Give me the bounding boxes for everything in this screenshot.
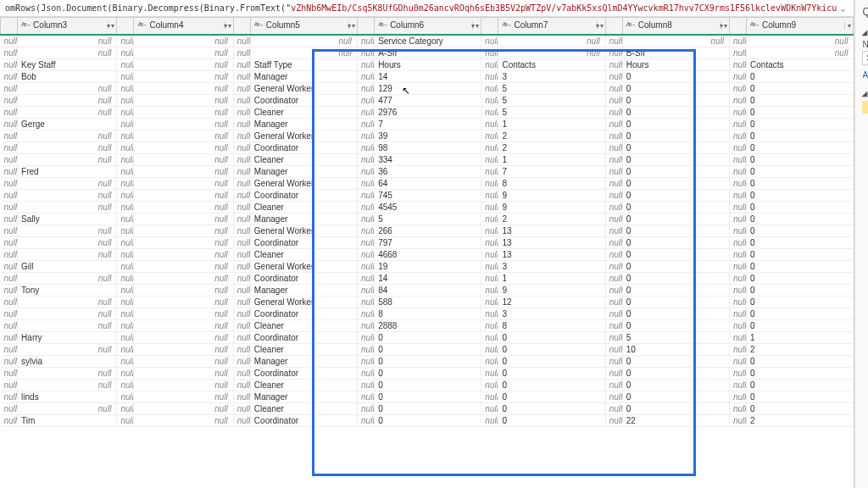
table-cell[interactable]: Coordinator (250, 367, 357, 379)
table-cell[interactable]: Key Staff (18, 58, 117, 70)
table-cell[interactable]: 0 (375, 343, 481, 355)
table-cell[interactable]: null (18, 130, 117, 141)
applied-step[interactable]: MergeColumns⚙ (862, 190, 868, 202)
table-cell[interactable]: 0 (622, 141, 729, 153)
table-cell[interactable]: null (747, 47, 854, 58)
table-cell[interactable]: 0 (622, 189, 729, 201)
table-cell[interactable]: null (134, 106, 233, 118)
collapse-icon[interactable]: ◢ (862, 29, 867, 36)
table-cell[interactable]: 0 (747, 260, 854, 272)
table-cell[interactable]: null (18, 153, 117, 165)
table-cell[interactable]: 0 (622, 82, 729, 94)
column-header[interactable]: Column9▾ (747, 18, 854, 35)
table-cell[interactable]: null (134, 379, 233, 391)
table-cell[interactable]: 5 (375, 213, 481, 225)
table-cell[interactable]: Coordinator (250, 272, 357, 284)
table-cell[interactable]: 14 (375, 272, 481, 284)
table-cell[interactable]: 14 (375, 70, 481, 82)
table-cell[interactable]: null (134, 414, 233, 426)
collapse-icon[interactable]: ◢ (862, 90, 867, 97)
column-menu-button[interactable]: ▾ (233, 18, 250, 35)
table-cell[interactable]: 5 (622, 331, 729, 343)
table-cell[interactable]: General Worker (250, 260, 357, 272)
table-cell[interactable]: 0 (747, 225, 854, 236)
table-cell[interactable]: 0 (498, 414, 605, 426)
applied-step[interactable]: Source (862, 101, 868, 114)
table-row[interactable]: nullFrednullnullnullManagernull36null7nu… (1, 165, 854, 177)
table-cell[interactable]: Tim (18, 414, 117, 426)
table-cell[interactable]: Coordinator (250, 308, 357, 319)
table-row[interactable]: nullTimnullnullnullCoordinatornull0null0… (1, 414, 854, 426)
table-cell[interactable]: null (134, 367, 233, 379)
table-cell[interactable]: Staff Type (250, 58, 357, 70)
table-cell[interactable]: 0 (622, 213, 729, 225)
table-row[interactable]: nullnullnullnullnullCleanernull2888null8… (1, 319, 854, 331)
table-cell[interactable]: 0 (747, 236, 854, 248)
applied-step[interactable]: RemoveColumns (862, 126, 868, 139)
table-cell[interactable]: 1 (498, 118, 605, 130)
table-cell[interactable]: 266 (375, 225, 481, 236)
applied-step[interactable]: RemoveNull (862, 177, 868, 190)
table-cell[interactable]: Fred (18, 165, 117, 177)
table-cell[interactable]: 334 (375, 153, 481, 165)
table-cell[interactable]: 7 (498, 165, 605, 177)
table-cell[interactable]: Gill (18, 260, 117, 272)
table-cell[interactable]: 2 (747, 343, 854, 355)
table-cell[interactable]: null (18, 47, 117, 58)
table-cell[interactable]: Bob (18, 70, 117, 82)
data-grid[interactable]: ▾Column3▾▾Column4▾▾Column5▾▾Column6▾▾Col… (0, 17, 854, 488)
table-row[interactable]: nullnullnullnullnullCleanernull0null0nul… (1, 379, 854, 391)
column-header[interactable]: Column3▾ (18, 18, 117, 35)
table-cell[interactable]: 3 (498, 308, 605, 319)
table-cell[interactable]: 0 (747, 308, 854, 319)
table-cell[interactable]: null (134, 296, 233, 308)
query-name-input[interactable] (862, 51, 868, 65)
table-cell[interactable]: null (18, 402, 117, 414)
table-cell[interactable]: 9 (498, 201, 605, 213)
table-cell[interactable]: 1 (498, 272, 605, 284)
table-cell[interactable]: Tony (18, 284, 117, 296)
table-cell[interactable]: 0 (747, 82, 854, 94)
table-cell[interactable]: null (18, 35, 117, 47)
table-cell[interactable]: 0 (747, 391, 854, 402)
table-cell[interactable]: 4545 (375, 201, 481, 213)
table-cell[interactable]: 2976 (375, 106, 481, 118)
table-cell[interactable]: Contacts (747, 58, 854, 70)
table-cell[interactable]: null (134, 165, 233, 177)
table-cell[interactable]: 0 (747, 213, 854, 225)
table-cell[interactable]: null (18, 82, 117, 94)
table-cell[interactable]: null (18, 379, 117, 391)
column-header[interactable]: Column6▾ (375, 18, 481, 35)
table-cell[interactable]: 0 (747, 379, 854, 391)
table-cell[interactable]: Manager (250, 118, 357, 130)
table-cell[interactable]: 129 (375, 82, 481, 94)
table-row[interactable]: nullTonynullnullnullManagernull84null9nu… (1, 284, 854, 296)
table-cell[interactable]: null (18, 296, 117, 308)
table-cell[interactable]: Coordinator (250, 141, 357, 153)
table-cell[interactable]: Cleaner (250, 153, 357, 165)
table-cell[interactable]: 0 (747, 402, 854, 414)
table-cell[interactable]: 0 (747, 70, 854, 82)
table-cell[interactable]: 2 (498, 213, 605, 225)
table-cell[interactable]: 2 (498, 130, 605, 141)
table-cell[interactable]: 0 (498, 391, 605, 402)
column-header[interactable]: Column5▾ (250, 18, 357, 35)
table-cell[interactable]: 0 (622, 391, 729, 402)
applied-step[interactable]: RemoveTopRows⚙ (862, 114, 868, 126)
table-cell[interactable]: 0 (747, 141, 854, 153)
table-row[interactable]: nullGillnullnullnullGeneral Workernull19… (1, 260, 854, 272)
table-cell[interactable]: null (18, 141, 117, 153)
table-cell[interactable]: 0 (622, 248, 729, 260)
table-cell[interactable]: 797 (375, 236, 481, 248)
table-cell[interactable]: General Worker (250, 296, 357, 308)
table-cell[interactable]: 2 (498, 141, 605, 153)
table-cell[interactable]: null (134, 153, 233, 165)
table-row[interactable]: nullnullnullnullnullCoordinatornull14nul… (1, 272, 854, 284)
applied-step[interactable]: Transpose (862, 164, 868, 177)
table-cell[interactable]: 0 (622, 70, 729, 82)
table-cell[interactable]: sylvia (18, 355, 117, 367)
table-cell[interactable]: 0 (747, 284, 854, 296)
table-row[interactable]: nullnullnullnullnullCleanernull4668null1… (1, 248, 854, 260)
table-cell[interactable]: null (134, 260, 233, 272)
table-cell[interactable]: null (498, 35, 605, 47)
